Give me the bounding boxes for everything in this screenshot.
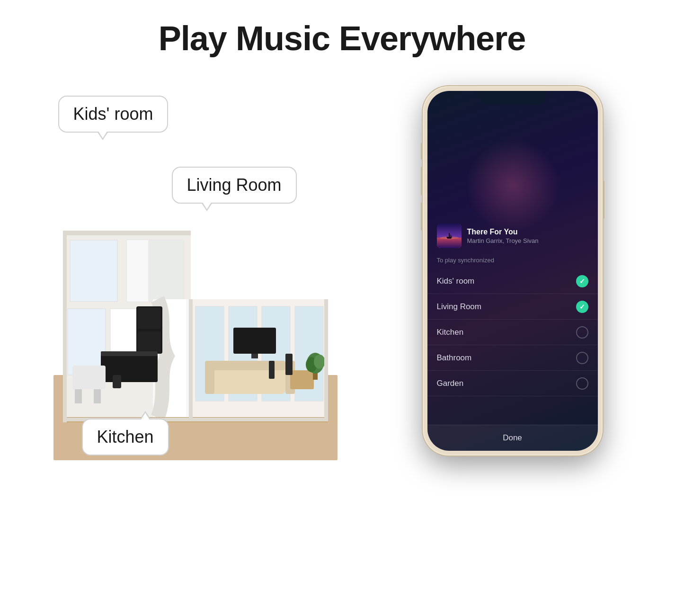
done-label: Done [503,433,522,443]
svg-rect-48 [437,238,462,248]
phone-power-button [603,181,604,219]
check-living: ✓ [576,301,588,313]
svg-rect-43 [63,233,67,422]
svg-rect-35 [72,366,106,389]
svg-rect-7 [63,231,191,235]
left-side: Kids' room Living Room [53,86,366,560]
room-item-kitchen[interactable]: Kitchen [427,320,598,345]
svg-rect-28 [285,354,293,375]
check-garden [576,377,588,390]
svg-rect-6 [148,240,184,302]
track-info: There For You Martin Garrix, Troye Sivan [467,228,588,244]
svg-rect-38 [75,389,80,403]
screen-glow [465,138,560,233]
room-list: Kids' room ✓ Living Room ✓ Kit [427,268,598,422]
now-playing: There For You Martin Garrix, Troye Sivan [437,223,588,248]
room-item-kids[interactable]: Kids' room ✓ [427,268,598,294]
room-name-garden: Garden [437,379,464,388]
svg-rect-32 [138,331,161,353]
right-side: There For You Martin Garrix, Troye Sivan… [394,86,631,455]
album-art [437,223,462,248]
room-name-kitchen: Kitchen [437,328,464,337]
check-bathroom [576,352,588,364]
phone-notch [480,91,546,105]
svg-rect-33 [101,354,158,382]
bubble-kids-room: Kids' room [58,96,169,133]
track-artist: Martin Garrix, Troye Sivan [467,237,588,244]
phone-volume-up-button [421,167,423,195]
check-kitchen [576,326,588,339]
done-button[interactable]: Done [427,425,598,451]
phone-volume-down-button [421,202,423,231]
svg-rect-34 [101,351,158,356]
track-title: There For You [467,228,588,236]
room-item-garden[interactable]: Garden [427,371,598,396]
main-content: Kids' room Living Room [0,86,684,560]
phone-mute-button [421,143,423,160]
svg-rect-8 [68,309,106,375]
svg-rect-39 [94,389,98,403]
svg-rect-5 [127,240,151,302]
svg-rect-29 [269,361,275,379]
svg-point-27 [314,355,325,369]
sync-label: To play synchronized [437,257,494,264]
room-item-bathroom[interactable]: Bathroom [427,345,598,371]
room-item-living[interactable]: Living Room ✓ [427,294,598,320]
svg-rect-18 [251,354,258,358]
room-name-living: Living Room [437,302,482,312]
svg-rect-23 [290,370,314,389]
bubble-kitchen: Kitchen [82,419,169,455]
svg-rect-44 [324,299,328,420]
room-name-kids: Kids' room [437,277,475,286]
svg-rect-17 [233,328,276,354]
room-name-bathroom: Bathroom [437,353,472,363]
svg-rect-3 [70,240,117,302]
svg-marker-50 [446,237,452,239]
svg-rect-40 [113,375,121,388]
svg-rect-31 [138,308,161,329]
phone-screen: There For You Martin Garrix, Troye Sivan… [427,91,598,451]
page-title: Play Music Everywhere [0,0,684,58]
svg-rect-45 [189,299,193,420]
phone-frame: There For You Martin Garrix, Troye Sivan… [423,86,603,455]
check-kids: ✓ [576,275,588,287]
